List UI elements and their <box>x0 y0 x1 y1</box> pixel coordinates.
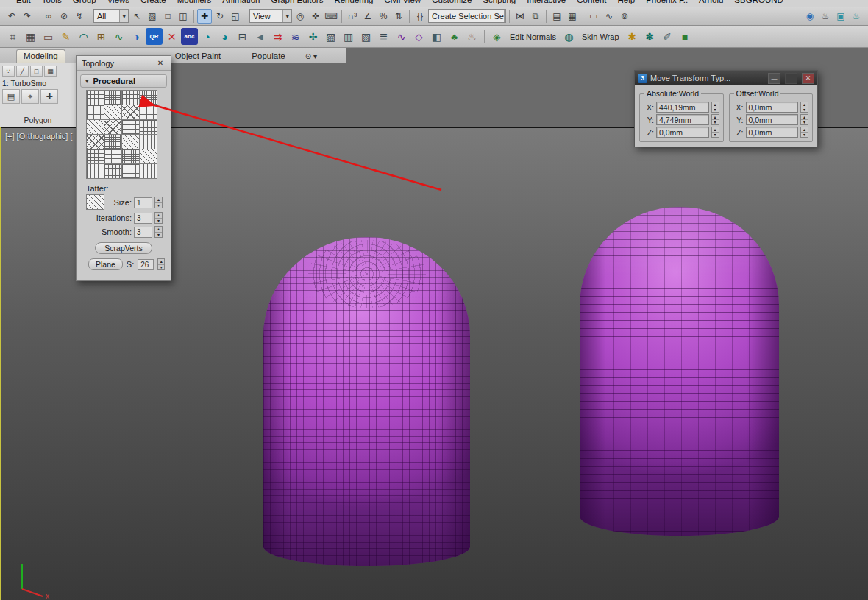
scene-explorer-icon[interactable]: ▤ <box>549 9 564 24</box>
menu-item[interactable]: Interactive <box>527 0 566 4</box>
spinner-down-icon[interactable] <box>801 107 808 112</box>
topology-pattern-icon[interactable] <box>139 90 157 105</box>
transform-value-field[interactable]: 440,19mm <box>656 102 709 113</box>
prev-arrow-icon[interactable]: ◄ <box>252 28 268 45</box>
cross-tool-icon[interactable]: ✢ <box>305 28 321 45</box>
qr-tool-icon[interactable]: QR <box>146 28 163 45</box>
spinner-arrows[interactable] <box>800 114 808 125</box>
topology-pattern-icon[interactable] <box>86 134 104 149</box>
half-fill-icon[interactable]: ◧ <box>428 28 445 45</box>
close-icon[interactable] <box>155 59 166 67</box>
maximize-button[interactable] <box>785 73 797 84</box>
align-icon[interactable]: ⧉ <box>528 9 543 24</box>
boolean-tool-icon[interactable]: ◑ <box>128 28 145 45</box>
menu-item[interactable]: Scripting <box>483 0 516 4</box>
render-production-icon[interactable]: ♨ <box>849 9 864 24</box>
spinner-snap-icon[interactable]: ⇅ <box>391 9 406 24</box>
menu-item[interactable]: Arnold <box>699 0 723 4</box>
hatch-pattern-icon[interactable]: ▨ <box>322 28 339 45</box>
topology-pattern-icon[interactable] <box>139 163 157 179</box>
unlink-selection-icon[interactable]: ⊘ <box>57 9 71 24</box>
percent-snap-icon[interactable]: % <box>376 9 391 24</box>
menu-item[interactable]: Rendering <box>334 0 373 4</box>
spinner-up-icon[interactable] <box>712 115 719 120</box>
spinner-up-icon[interactable] <box>801 127 808 133</box>
panel-section-label[interactable]: Polygon <box>0 116 76 124</box>
spinner-up-icon[interactable] <box>158 259 164 265</box>
transform-value-field[interactable]: 0,0mm <box>746 127 799 138</box>
window-crossing-icon[interactable]: ◫ <box>176 9 191 24</box>
columns-pattern-icon[interactable]: ▥ <box>340 28 357 45</box>
spinner-down-icon[interactable] <box>712 120 719 124</box>
selection-filter-dropdown[interactable]: All <box>93 9 129 23</box>
menu-item[interactable]: Help <box>618 0 636 4</box>
layer-explorer-icon[interactable]: ▦ <box>565 9 580 24</box>
menu-item[interactable]: Edit <box>16 0 31 4</box>
topology-pattern-icon[interactable] <box>104 105 122 120</box>
topology-pattern-icon[interactable] <box>86 149 104 164</box>
arc-tool-icon[interactable]: ◔ <box>199 28 216 45</box>
named-selection-set-dropdown[interactable]: Create Selection Se <box>428 9 506 23</box>
pie-tool-icon[interactable]: ◕ <box>216 28 233 45</box>
close-button[interactable] <box>802 73 814 84</box>
spinner-arrows[interactable] <box>157 258 165 270</box>
tab-populate[interactable]: Populate <box>245 50 291 63</box>
spinner-up-icon[interactable] <box>801 115 808 120</box>
spinner-down-icon[interactable] <box>712 133 719 137</box>
menu-item[interactable]: SBGROUND <box>734 0 783 4</box>
topology-pattern-icon[interactable] <box>104 90 122 105</box>
topology-pattern-icon[interactable] <box>121 163 140 179</box>
menu-item[interactable]: Civil View <box>384 0 421 4</box>
spinner-up-icon[interactable] <box>155 227 162 233</box>
menu-item[interactable]: Content <box>577 0 606 4</box>
arc-modifier-icon[interactable]: ◠ <box>75 28 92 45</box>
pencil-tool-icon[interactable]: ✎ <box>57 28 74 45</box>
topology-pattern-icon[interactable] <box>139 119 157 135</box>
iterations-field[interactable]: 3 <box>134 213 152 224</box>
green-cube-icon[interactable]: ■ <box>677 28 694 45</box>
show-end-result-icon[interactable]: ✚ <box>40 89 58 104</box>
edit-normals-button[interactable]: Edit Normals <box>507 32 559 41</box>
topology-pattern-icon[interactable] <box>121 149 140 164</box>
teapot-icon[interactable]: ♨ <box>463 28 480 45</box>
topology-pattern-icon[interactable] <box>139 134 157 149</box>
pin-stack-icon[interactable]: ⌖ <box>21 89 39 104</box>
menu-item[interactable]: Phoenix F.. <box>646 0 688 4</box>
redo-icon[interactable]: ↷ <box>20 9 35 24</box>
rectangular-selection-icon[interactable]: □ <box>160 9 175 24</box>
polygon-mode-icon[interactable]: ▦ <box>44 66 57 77</box>
modifier-stack-icon[interactable]: ▤ <box>2 89 20 104</box>
turbosmooth-capsule-object[interactable] <box>263 237 470 566</box>
edge-mode-icon[interactable]: ╱ <box>16 66 29 77</box>
spinner-up-icon[interactable] <box>155 213 162 219</box>
menu-item[interactable]: Modifiers <box>177 0 212 4</box>
topology-panel[interactable]: Topology Procedural Tatter: Size: 1 Iter… <box>76 55 171 281</box>
menu-item[interactable]: Create <box>140 0 166 4</box>
diag-pattern-icon[interactable]: ▧ <box>357 28 374 45</box>
dialog-titlebar[interactable]: 3 Move Transform Typ... <box>635 71 817 85</box>
spinner-arrows[interactable] <box>154 226 163 238</box>
topology-pattern-icon[interactable] <box>86 163 104 179</box>
spinner-down-icon[interactable] <box>155 203 162 208</box>
bind-to-spacewarp-icon[interactable]: ↯ <box>72 9 87 24</box>
spinner-up-icon[interactable] <box>712 102 719 107</box>
angle-snap-icon[interactable]: ∠ <box>360 9 375 24</box>
spinner-arrows[interactable] <box>800 102 808 113</box>
cross-section-icon[interactable]: ✕ <box>163 28 180 45</box>
spinner-arrows[interactable] <box>711 127 719 138</box>
schematic-view-icon[interactable]: ⊚ <box>617 9 632 24</box>
spinner-down-icon[interactable] <box>712 107 719 112</box>
keyboard-override-icon[interactable]: ⌨ <box>324 9 338 24</box>
spinner-up-icon[interactable] <box>801 102 808 107</box>
topology-pattern-icon[interactable] <box>104 134 122 149</box>
rows-pattern-icon[interactable]: ≣ <box>375 28 392 45</box>
scrapverts-button[interactable]: ScrapVerts <box>95 242 152 254</box>
topology-pattern-icon[interactable] <box>139 105 157 120</box>
panel-tool-icon[interactable]: ⊟ <box>234 28 251 45</box>
transform-value-field[interactable]: 4,749mm <box>656 114 709 125</box>
select-by-name-icon[interactable]: ▧ <box>145 9 160 24</box>
transform-value-field[interactable]: 0,0mm <box>746 114 799 125</box>
transform-value-field[interactable]: 0,0mm <box>656 127 709 138</box>
modifier-stack-dropdown[interactable]: 1: TurboSmo <box>2 78 74 89</box>
curve-editor-icon[interactable]: ∿ <box>602 9 616 24</box>
